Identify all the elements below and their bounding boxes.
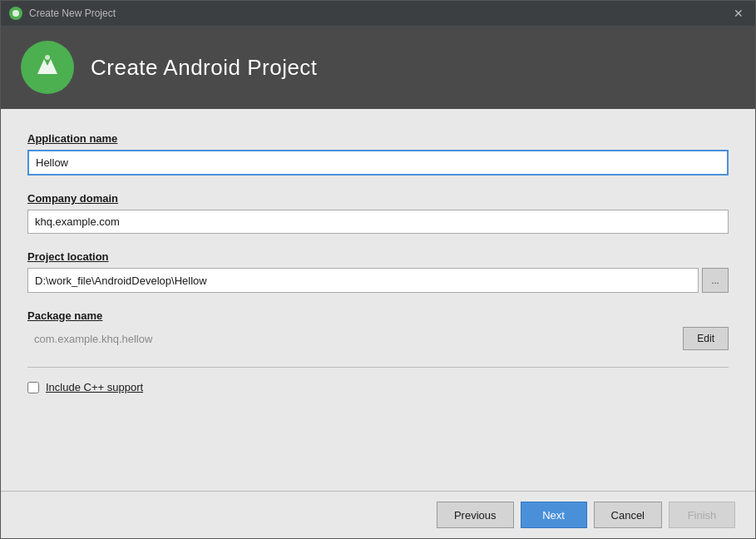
edit-package-button[interactable]: Edit xyxy=(683,327,729,350)
package-name-value: com.example.khq.hellow xyxy=(27,328,676,350)
finish-button: Finish xyxy=(669,502,735,528)
cpp-support-checkbox[interactable] xyxy=(27,382,39,393)
divider xyxy=(27,367,729,368)
dialog-header: Create Android Project xyxy=(1,26,755,109)
cpp-support-label[interactable]: Include C++ support xyxy=(46,381,143,393)
previous-button[interactable]: Previous xyxy=(437,502,514,528)
dialog: Create New Project ✕ Create Android Proj… xyxy=(0,0,756,539)
company-domain-input[interactable] xyxy=(27,210,729,234)
package-name-row: com.example.khq.hellow Edit xyxy=(27,327,729,350)
android-logo xyxy=(21,41,74,94)
app-icon xyxy=(9,7,22,20)
project-location-input[interactable] xyxy=(27,268,699,293)
dialog-title: Create New Project xyxy=(29,7,116,19)
app-name-label: Application name xyxy=(27,132,729,145)
app-name-group: Application name xyxy=(27,132,729,176)
app-name-input[interactable] xyxy=(27,150,729,176)
svg-point-1 xyxy=(45,55,50,60)
package-name-label: Package name xyxy=(27,309,729,322)
cancel-button[interactable]: Cancel xyxy=(594,502,662,528)
form-content: Application name Company domain Project … xyxy=(1,109,755,491)
svg-point-0 xyxy=(12,10,19,17)
project-location-row: ... xyxy=(27,268,729,293)
project-location-group: Project location ... xyxy=(27,250,729,293)
browse-button[interactable]: ... xyxy=(702,268,729,293)
cpp-support-row: Include C++ support xyxy=(27,381,729,393)
dialog-footer: Previous Next Cancel Finish xyxy=(1,491,755,538)
package-name-group: Package name com.example.khq.hellow Edit xyxy=(27,309,729,350)
company-domain-group: Company domain xyxy=(27,192,729,234)
header-title: Create Android Project xyxy=(91,55,318,81)
project-location-label: Project location xyxy=(27,250,729,263)
close-button[interactable]: ✕ xyxy=(730,5,747,22)
next-button[interactable]: Next xyxy=(521,502,587,528)
title-bar: Create New Project ✕ xyxy=(1,1,755,26)
company-domain-label: Company domain xyxy=(27,192,729,205)
title-bar-content: Create New Project xyxy=(9,7,116,20)
